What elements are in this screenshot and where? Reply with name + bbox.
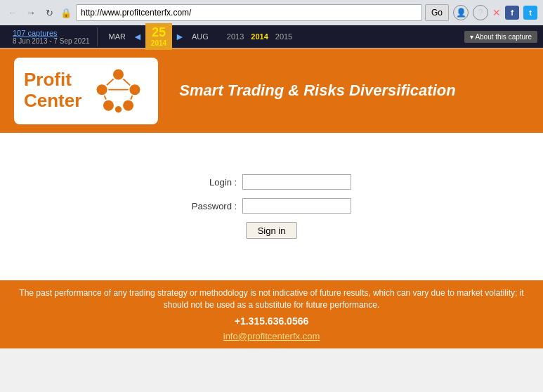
captures-link[interactable]: 107 captures	[13, 29, 90, 37]
login-input[interactable]	[242, 174, 351, 190]
browser-right-icons: 👤 ? ✕ f t	[453, 5, 537, 20]
login-label: Login :	[209, 177, 237, 188]
page-content: ProfitCenter Smart	[0, 48, 543, 348]
logo-text-content: ProfitCenter	[24, 69, 81, 111]
cal-year-active: 2014	[151, 39, 166, 47]
cal-day-box: 25 2014	[145, 23, 172, 51]
wayback-bar: 107 captures 8 Jun 2013 - 7 Sep 2021 MAR…	[0, 25, 543, 48]
browser-nav: ← → ↻ 🔒 Go 👤 ? ✕ f t	[0, 0, 543, 25]
address-bar-wrap: Go	[76, 4, 449, 21]
login-row: Login :	[209, 174, 351, 190]
password-label: Password :	[192, 201, 237, 211]
facebook-icon[interactable]: f	[505, 6, 519, 20]
password-row: Password :	[192, 198, 351, 214]
cal-next-arrow[interactable]: ►	[172, 31, 188, 42]
wayback-calendar: MAR ◄ 25 2014 ► AUG	[98, 23, 220, 51]
site-footer: The past performance of any trading stra…	[0, 280, 543, 348]
svg-point-7	[112, 68, 124, 80]
svg-point-8	[96, 84, 108, 96]
svg-point-12	[115, 105, 122, 113]
twitter-icon[interactable]: t	[523, 6, 537, 20]
login-form: Login : Password : Sign in	[192, 174, 351, 239]
year-2015[interactable]: 2015	[275, 32, 292, 41]
login-section: Login : Password : Sign in	[0, 133, 543, 280]
svg-point-9	[129, 84, 141, 96]
site-tagline: Smart Trading & Risks Diversification	[179, 81, 455, 100]
password-input[interactable]	[242, 198, 351, 214]
forward-button[interactable]: →	[24, 6, 38, 20]
captures-date: 8 Jun 2013 - 7 Sep 2021	[13, 37, 90, 45]
svg-point-10	[103, 99, 115, 111]
cal-month-aug[interactable]: AUG	[188, 32, 213, 41]
cal-month-mar[interactable]: MAR	[105, 32, 130, 41]
logo-text: ProfitCenter	[24, 70, 81, 112]
year-2013[interactable]: 2013	[227, 32, 244, 41]
footer-disclaimer: The past performance of any trading stra…	[14, 287, 529, 311]
footer-phone: +1.315.636.0566	[235, 315, 309, 327]
address-bar[interactable]	[76, 4, 422, 21]
year-2014[interactable]: 2014	[251, 32, 268, 41]
go-button[interactable]: Go	[425, 4, 449, 21]
logo-graphic	[89, 65, 148, 117]
about-capture-button[interactable]: ▾ About this capture	[464, 31, 537, 43]
help-icon[interactable]: ?	[473, 5, 488, 20]
footer-email[interactable]: info@profitcenterfx.com	[223, 331, 320, 341]
refresh-button[interactable]: ↻	[42, 6, 56, 20]
close-icon[interactable]: ✕	[492, 7, 501, 18]
wayback-captures: 107 captures 8 Jun 2013 - 7 Sep 2021	[6, 27, 98, 46]
user-icon[interactable]: 👤	[453, 5, 469, 20]
sign-in-button[interactable]: Sign in	[246, 222, 298, 239]
back-button[interactable]: ←	[6, 6, 20, 20]
logo-box: ProfitCenter	[14, 58, 158, 124]
svg-point-11	[122, 99, 134, 111]
browser-chrome: ← → ↻ 🔒 Go 👤 ? ✕ f t 107 captures 8 Jun …	[0, 0, 543, 48]
cal-prev-arrow[interactable]: ◄	[130, 31, 145, 42]
site-header: ProfitCenter Smart	[0, 48, 543, 133]
cal-day: 25	[151, 26, 166, 40]
lock-icon: 🔒	[60, 8, 72, 18]
